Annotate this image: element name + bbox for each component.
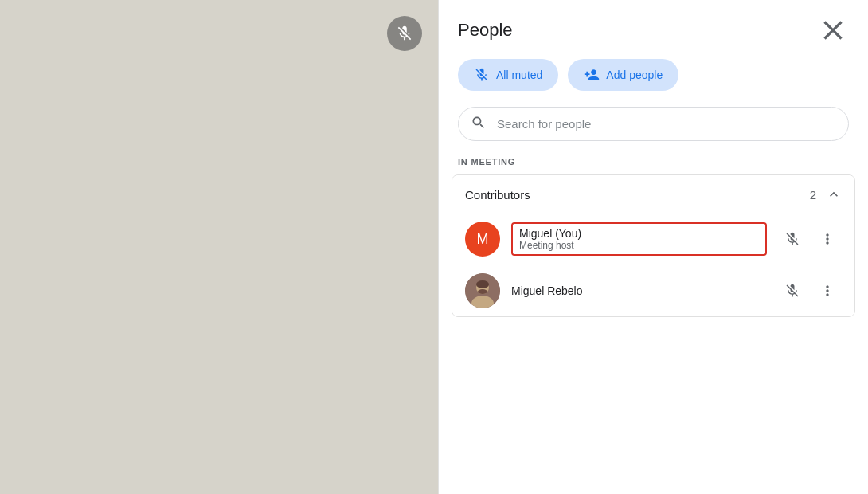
person-info-miguel-you: Miguel (You) Meeting host [511, 222, 767, 256]
contributors-label: Contributors [465, 188, 530, 202]
person-photo-svg [465, 273, 500, 308]
search-input[interactable] [458, 107, 849, 141]
mute-button[interactable] [778, 276, 807, 305]
video-area [0, 0, 438, 494]
contributors-right: 2 [810, 186, 842, 202]
people-panel: People All muted Add people [438, 0, 868, 494]
person-info-miguel-rebelo: Miguel Rebelo [511, 284, 767, 297]
svg-point-4 [478, 289, 487, 294]
action-buttons: All muted Add people [439, 59, 868, 107]
avatar-photo [465, 273, 500, 308]
close-button[interactable] [817, 14, 849, 46]
panel-title: People [458, 20, 513, 41]
more-vert-icon [819, 283, 835, 299]
person-row: M Miguel (You) Meeting host [452, 214, 854, 265]
more-vert-icon [819, 231, 835, 247]
contributors-collapse-button[interactable] [826, 186, 842, 202]
add-people-button[interactable]: Add people [568, 59, 678, 91]
person-row: Miguel Rebelo [452, 265, 854, 316]
close-icon [817, 14, 849, 46]
contributors-count: 2 [810, 188, 816, 202]
person-name: Miguel Rebelo [511, 284, 767, 297]
panel-header: People [439, 0, 868, 59]
add-people-label: Add people [606, 69, 663, 81]
avatar: M [465, 222, 500, 257]
contributors-header: Contributors 2 [452, 175, 854, 214]
in-meeting-label: In meeting [439, 157, 868, 174]
mic-off-icon [784, 231, 800, 247]
person-actions [778, 225, 842, 253]
more-options-button[interactable] [813, 225, 842, 253]
add-person-icon [584, 67, 600, 83]
all-muted-button[interactable]: All muted [458, 59, 558, 91]
search-container [458, 107, 849, 141]
microphone-off-icon [396, 25, 413, 42]
contributors-section: Contributors 2 M Miguel (You) Meeting ho… [452, 174, 855, 317]
search-icon [471, 115, 487, 134]
mic-off-icon [784, 283, 800, 299]
microphone-off-icon [474, 67, 490, 83]
more-options-button[interactable] [813, 276, 842, 305]
mute-indicator[interactable] [387, 16, 422, 51]
person-actions [778, 276, 842, 305]
chevron-up-icon [826, 186, 842, 202]
all-muted-label: All muted [496, 69, 542, 81]
svg-point-3 [476, 280, 489, 288]
person-name: Miguel (You) [519, 227, 759, 240]
mute-button[interactable] [778, 225, 807, 253]
person-role: Meeting host [519, 240, 759, 251]
